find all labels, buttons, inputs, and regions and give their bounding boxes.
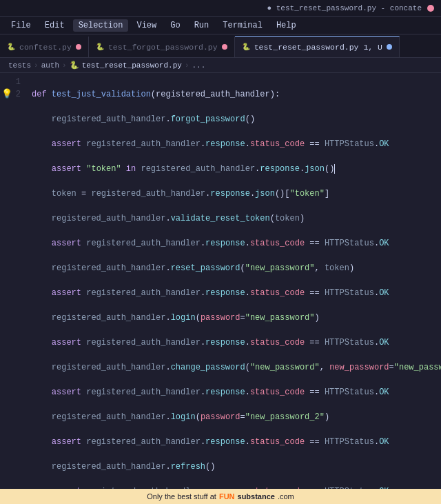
line-num-17 [0, 274, 21, 287]
code-line-7: assert registered_auth_handler.response.… [32, 237, 435, 250]
line-num-1: 1 [0, 76, 21, 88]
tab-label-reset: test_reset_password.py 1, U [254, 43, 382, 52]
line-num-25 [0, 374, 21, 386]
code-line-8: registered_auth_handler.reset_password("… [32, 262, 435, 274]
line-num-33 [0, 473, 21, 485]
tab-modified-forgot [222, 44, 227, 50]
line-num-34 [0, 485, 21, 489]
line-num-11 [0, 200, 21, 212]
breadcrumb-filename[interactable]: test_reset_password.py [82, 61, 182, 70]
breadcrumb-file[interactable]: 🐍 [70, 61, 79, 70]
watermark-fun: FUN [219, 492, 235, 501]
line-num-23 [0, 349, 21, 361]
line-num-24 [0, 361, 21, 374]
code-line-6: registered_auth_handler.validate_reset_t… [32, 212, 435, 225]
tab-label-forgot: test_forgot_password.py [108, 43, 218, 52]
line-num-32 [0, 461, 21, 473]
menu-bar: File Edit Selection View Go Run Terminal… [0, 17, 441, 34]
line-numbers: 💡 1 2 [0, 73, 26, 489]
line-num-15 [0, 250, 21, 262]
watermark-sub: substance [238, 492, 275, 501]
breadcrumb: tests › auth › 🐍 test_reset_password.py … [0, 58, 441, 73]
code-line-11: assert registered_auth_handler.response.… [32, 336, 435, 349]
tab-forgot[interactable]: 🐍 test_forgot_password.py [89, 37, 235, 57]
line-num-9 [0, 175, 21, 188]
watermark: Only the best stuff at FUNsubstance.com [0, 489, 441, 504]
line-num-13 [0, 225, 21, 237]
code-line-2: registered_auth_handler.forgot_password(… [32, 113, 435, 125]
title-bar: ● test_reset_password.py - concate [0, 0, 441, 17]
line-num-4 [0, 113, 21, 125]
line-num-16 [0, 262, 21, 274]
code-line-1: def test_just_validation(registered_auth… [32, 88, 435, 101]
breadcrumb-more: ... [192, 61, 205, 70]
breadcrumb-sep-1: › [34, 61, 39, 70]
line-num-22 [0, 336, 21, 349]
code-line-10: registered_auth_handler.login(password="… [32, 312, 435, 324]
tab-conftest[interactable]: 🐍 conftest.py [0, 37, 89, 57]
line-num-6 [0, 138, 21, 150]
code-line-14: registered_auth_handler.login(password="… [32, 411, 435, 423]
gutter-icon: 💡 [1, 88, 12, 101]
tab-label-conftest: conftest.py [19, 43, 72, 52]
code-line-9: assert registered_auth_handler.response.… [32, 287, 435, 299]
code-line-5: token = registered_auth_handler.response… [32, 188, 435, 200]
breadcrumb-tests[interactable]: tests [8, 61, 31, 70]
tab-bar: 🐍 conftest.py 🐍 test_forgot_password.py … [0, 34, 441, 58]
code-line-4: assert "token" in registered_auth_handle… [32, 163, 435, 175]
window-close-dot[interactable] [427, 5, 434, 12]
line-num-31 [0, 448, 21, 461]
line-num-5 [0, 125, 21, 138]
menu-view[interactable]: View [131, 19, 162, 32]
code-line-13: assert registered_auth_handler.response.… [32, 386, 435, 399]
title-text: ● test_reset_password.py - concate [267, 4, 422, 12]
breadcrumb-auth[interactable]: auth [41, 61, 59, 70]
menu-terminal[interactable]: Terminal [217, 19, 268, 32]
tab-icon-reset: 🐍 [242, 43, 250, 51]
line-num-19 [0, 299, 21, 312]
code-line-3: assert registered_auth_handler.response.… [32, 138, 435, 150]
menu-help[interactable]: Help [271, 19, 302, 32]
tab-reset[interactable]: 🐍 test_reset_password.py 1, U [235, 36, 400, 57]
line-num-27 [0, 399, 21, 411]
code-line-16: registered_auth_handler.refresh() [32, 461, 435, 473]
watermark-prefix: Only the best stuff at [147, 492, 216, 501]
code-line-15: assert registered_auth_handler.response.… [32, 436, 435, 448]
tab-modified-conftest [76, 44, 81, 50]
code-line-12: registered_auth_handler.change_password(… [32, 361, 435, 374]
menu-run[interactable]: Run [189, 19, 215, 32]
line-num-8 [0, 163, 21, 175]
tab-icon-conftest: 🐍 [7, 43, 15, 51]
breadcrumb-sep-2: › [62, 61, 67, 70]
line-num-10 [0, 188, 21, 200]
line-num-29 [0, 423, 21, 436]
watermark-suffix: .com [278, 492, 294, 501]
tab-active-dot-reset [387, 44, 392, 50]
line-num-28 [0, 411, 21, 423]
line-num-14 [0, 237, 21, 250]
breadcrumb-sep-3: › [185, 61, 189, 70]
tab-icon-forgot: 🐍 [96, 43, 104, 51]
line-num-30 [0, 436, 21, 448]
line-num-26 [0, 386, 21, 399]
line-num-21 [0, 324, 21, 336]
menu-selection[interactable]: Selection [73, 19, 129, 32]
menu-go[interactable]: Go [165, 19, 185, 32]
line-num-18 [0, 287, 21, 299]
code-content[interactable]: def test_just_validation(registered_auth… [26, 73, 441, 489]
editor-area: 💡 1 2 [0, 73, 441, 489]
menu-edit[interactable]: Edit [39, 19, 70, 32]
line-num-3 [0, 101, 21, 113]
line-num-20 [0, 312, 21, 324]
line-num-7 [0, 150, 21, 163]
menu-file[interactable]: File [6, 19, 37, 32]
code-line-17: assert registered_auth_handler.response.… [32, 485, 435, 489]
line-num-12 [0, 212, 21, 225]
